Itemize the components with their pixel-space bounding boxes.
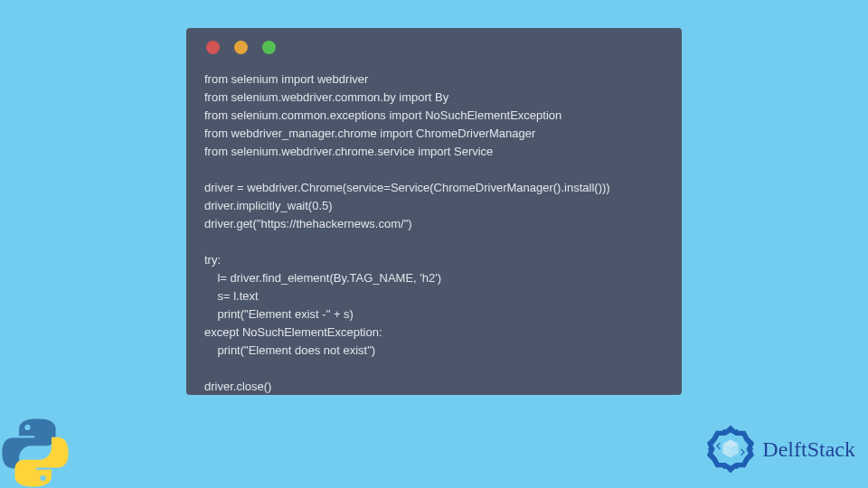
svg-point-3 (744, 436, 747, 439)
svg-point-11 (730, 470, 732, 473)
svg-point-6 (714, 459, 717, 462)
python-logo-icon (0, 418, 71, 488)
svg-point-4 (708, 447, 711, 450)
delftstack-brand: DelftStack (704, 423, 855, 475)
svg-point-10 (730, 426, 732, 428)
minimize-dot-icon (234, 41, 248, 54)
svg-point-7 (744, 459, 747, 462)
code-block: from selenium import webdriver from sele… (204, 70, 664, 396)
svg-point-2 (714, 436, 717, 439)
maximize-dot-icon (262, 41, 276, 54)
close-dot-icon (206, 41, 220, 54)
svg-point-0 (723, 429, 726, 432)
window-controls (206, 41, 664, 54)
svg-point-1 (736, 429, 739, 432)
delftstack-brand-text: DelftStack (762, 437, 855, 462)
svg-point-9 (736, 466, 739, 469)
svg-point-8 (723, 466, 726, 469)
delftstack-logo-icon (704, 423, 757, 475)
svg-point-5 (750, 447, 753, 450)
code-window: from selenium import webdriver from sele… (186, 28, 682, 395)
